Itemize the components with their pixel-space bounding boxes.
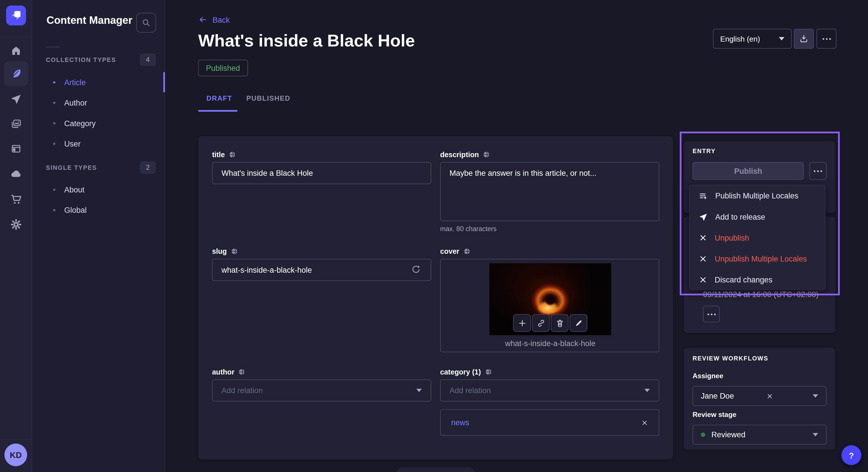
more-icon	[707, 313, 716, 315]
sidebar-item-category[interactable]: Category	[53, 113, 158, 133]
publish-button[interactable]: Publish	[693, 162, 804, 180]
assignee-value: Jane Doe	[701, 392, 734, 400]
review-workflows-panel: REVIEW WORKFLOWS Assignee Jane Doe Revie…	[684, 348, 835, 450]
menu-item-publish-multiple-locales[interactable]: Publish Multiple Locales	[690, 185, 825, 206]
rail-divider	[0, 36, 32, 37]
chevron-down-icon	[779, 37, 784, 40]
menu-item-label: Unpublish Multiple Locales	[715, 255, 807, 263]
chevron-down-icon	[644, 389, 650, 392]
relation-link[interactable]: news	[451, 418, 469, 427]
menu-item-label: Discard changes	[715, 275, 772, 284]
edit-media-button[interactable]	[569, 314, 587, 332]
locale-select[interactable]: English (en)	[713, 29, 792, 48]
title-input[interactable]	[212, 162, 431, 184]
review-stage-label: Review stage	[693, 411, 737, 419]
back-link[interactable]: Back	[198, 15, 229, 24]
list-plus-icon	[699, 191, 708, 200]
information-more-button[interactable]	[703, 306, 720, 322]
description-textarea[interactable]: Maybe the answer is in this article, or …	[440, 162, 659, 221]
sidebar-item-media-library[interactable]	[4, 112, 28, 136]
cross-icon	[699, 275, 708, 284]
strapi-logo[interactable]	[6, 5, 26, 25]
sidebar-item-deploy[interactable]	[4, 162, 28, 186]
bullet-icon	[53, 142, 55, 145]
sidebar-item-global[interactable]: Global	[53, 200, 158, 220]
sidebar-item-settings[interactable]	[4, 212, 28, 237]
sidebar-item-label: Global	[64, 205, 87, 214]
download-icon	[799, 34, 809, 44]
collection-types-header: COLLECTION TYPES	[46, 57, 116, 63]
collapsed-component-pill[interactable]	[396, 467, 476, 472]
sidebar-item-user[interactable]: User	[53, 133, 158, 154]
entry-panel-title: ENTRY	[693, 148, 716, 154]
header-more-button[interactable]	[817, 29, 836, 48]
strapi-logo-icon	[8, 7, 24, 24]
menu-item-unpublish-multiple-locales[interactable]: Unpublish Multiple Locales	[690, 248, 825, 269]
edit-form-panel: title description Maybe the answer is in…	[198, 136, 673, 460]
page-title: What's inside a Black Hole	[198, 31, 415, 51]
globe-icon	[485, 368, 492, 375]
tab-published[interactable]: PUBLISHED	[246, 95, 290, 102]
assignee-label: Assignee	[693, 372, 723, 380]
cover-filename: what-s-inside-a-black-hole	[441, 339, 660, 348]
review-stage-select[interactable]: Reviewed	[693, 425, 827, 444]
cart-icon	[10, 193, 22, 205]
feather-icon	[10, 67, 22, 79]
sidebar-item-label: Author	[64, 98, 87, 107]
field-label-text: description	[440, 150, 479, 159]
review-stage-value: Reviewed	[711, 430, 745, 439]
chevron-down-icon	[813, 394, 818, 398]
bullet-icon	[53, 102, 55, 104]
slug-input[interactable]	[212, 259, 431, 281]
chevron-down-icon	[813, 433, 818, 436]
link-icon	[536, 318, 546, 328]
menu-item-discard-changes[interactable]: Discard changes	[690, 269, 825, 290]
slug-field-label: slug	[212, 247, 238, 256]
stage-status-dot	[701, 432, 705, 437]
cover-toolbar	[513, 314, 587, 332]
sidebar-item-marketplace[interactable]	[4, 187, 28, 211]
search-icon	[141, 18, 151, 28]
layout-icon	[10, 143, 22, 155]
export-button[interactable]	[794, 29, 814, 48]
more-icon	[814, 170, 822, 172]
avatar[interactable]: KD	[4, 444, 27, 466]
category-relation-select[interactable]: Add relation	[440, 379, 659, 401]
add-media-button[interactable]	[513, 314, 531, 332]
sidebar-item-home[interactable]	[4, 38, 28, 63]
sidebar-item-label: User	[64, 139, 81, 148]
globe-icon	[238, 368, 245, 375]
sidebar-item-about[interactable]: About	[53, 179, 158, 200]
chevron-down-icon	[416, 389, 422, 392]
relation-placeholder: Add relation	[221, 386, 262, 395]
delete-media-button[interactable]	[551, 314, 569, 332]
clear-assignee-button[interactable]	[766, 392, 773, 400]
help-button[interactable]: ?	[841, 445, 861, 465]
pencil-icon	[574, 318, 583, 328]
entry-more-button[interactable]	[809, 162, 827, 180]
author-relation-select[interactable]: Add relation	[212, 379, 431, 401]
copy-link-button[interactable]	[532, 314, 550, 332]
remove-relation-button[interactable]	[641, 419, 648, 426]
gear-icon	[10, 218, 22, 231]
sidebar-item-author[interactable]: Author	[53, 92, 158, 113]
sidebar-item-releases[interactable]	[4, 87, 28, 111]
sidebar-item-content-manager[interactable]	[4, 61, 28, 86]
arrow-left-icon	[198, 15, 208, 24]
assignee-select[interactable]: Jane Doe	[693, 386, 827, 406]
single-types-count-badge: 2	[140, 162, 156, 173]
entry-actions-menu: Publish Multiple Locales Add to release …	[689, 185, 825, 290]
menu-item-add-to-release[interactable]: Add to release	[690, 206, 825, 227]
single-types-header: SINGLE TYPES	[46, 164, 97, 171]
field-label-text: slug	[212, 247, 227, 256]
search-button[interactable]	[136, 12, 156, 32]
sidebar-item-content-type-builder[interactable]	[4, 136, 28, 161]
tab-draft[interactable]: DRAFT	[206, 95, 232, 102]
sidebar-item-article[interactable]: Article	[53, 72, 158, 92]
menu-item-unpublish[interactable]: Unpublish	[690, 227, 825, 248]
trash-icon	[555, 318, 564, 328]
regenerate-slug-button[interactable]	[411, 264, 422, 275]
globe-icon	[231, 248, 238, 255]
bullet-icon	[53, 122, 55, 124]
globe-icon	[229, 151, 236, 158]
